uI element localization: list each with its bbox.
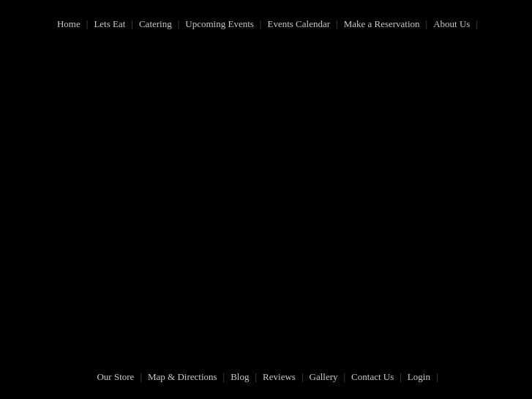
nav-item-home[interactable]: Home: [53, 18, 85, 30]
nav-item-upcoming-events[interactable]: Upcoming Events: [181, 18, 258, 30]
footer-nav-separator: |: [342, 371, 347, 383]
footer-nav: Our Store|Map & Directions|Blog|Reviews|…: [92, 371, 439, 383]
footer-nav-item-gallery[interactable]: Gallery: [305, 371, 342, 383]
footer-nav-separator: |: [300, 371, 305, 383]
nav-separator: |: [424, 18, 430, 30]
main-footer: Our Store|Map & Directions|Blog|Reviews|…: [0, 355, 532, 399]
footer-nav-separator: |: [254, 371, 259, 383]
nav-item-events-calendar[interactable]: Events Calendar: [263, 18, 334, 30]
footer-nav-item-our-store[interactable]: Our Store: [92, 371, 138, 383]
footer-nav-item-map-directions[interactable]: Map & Directions: [143, 371, 222, 383]
footer-nav-item-reviews[interactable]: Reviews: [258, 371, 300, 383]
main-header: Home|Lets Eat|Catering|Upcoming Events|E…: [0, 0, 532, 48]
footer-nav-separator: |: [222, 371, 227, 383]
nav-separator: |: [85, 18, 90, 30]
nav-item-about-us[interactable]: About Us: [429, 18, 474, 30]
nav-separator: |: [130, 18, 135, 30]
nav-separator: |: [334, 18, 340, 30]
footer-nav-separator: |: [398, 371, 403, 383]
footer-nav-item-login[interactable]: Login: [403, 371, 435, 383]
footer-nav-separator: |: [138, 371, 143, 383]
nav-separator: |: [176, 18, 181, 30]
nav-separator: |: [258, 18, 263, 30]
nav-item-lets-eat[interactable]: Lets Eat: [89, 18, 130, 30]
nav-item-make-a-reservation[interactable]: Make a Reservation: [340, 18, 424, 30]
nav-item-catering[interactable]: Catering: [135, 18, 176, 30]
footer-nav-item-blog[interactable]: Blog: [226, 371, 253, 383]
footer-nav-separator: |: [435, 371, 440, 383]
footer-nav-item-contact-us[interactable]: Contact Us: [347, 371, 398, 383]
main-nav: Home|Lets Eat|Catering|Upcoming Events|E…: [53, 18, 479, 30]
nav-separator: |: [474, 18, 479, 30]
main-content: [0, 48, 532, 355]
